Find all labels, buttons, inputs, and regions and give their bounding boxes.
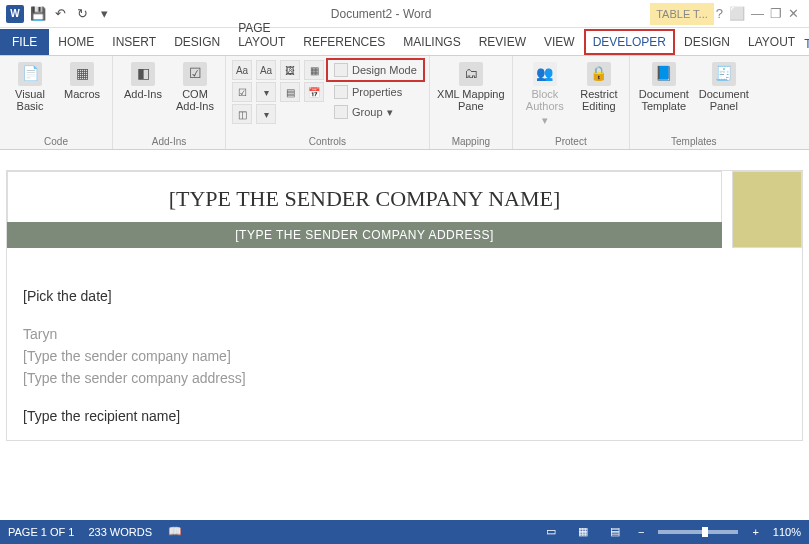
restrict-editing-button[interactable]: 🔒Restrict Editing: [575, 60, 623, 112]
group-mapping-label: Mapping: [436, 134, 506, 147]
document-panel-icon: 🧾: [712, 62, 736, 86]
sender-company-address-field[interactable]: [TYPE THE SENDER COMPANY ADDRESS]: [7, 222, 722, 248]
group-controls-label: Controls: [232, 134, 423, 147]
close-icon[interactable]: ✕: [788, 6, 799, 21]
macros-button[interactable]: ▦Macros: [58, 60, 106, 100]
tab-design[interactable]: DESIGN: [165, 29, 229, 55]
restore-icon[interactable]: ❐: [770, 6, 782, 21]
repeating-control-icon[interactable]: ◫: [232, 104, 252, 124]
group-addins: ◧Add-Ins ☑COM Add-Ins Add-Ins: [113, 56, 226, 149]
zoom-level[interactable]: 110%: [773, 526, 801, 538]
group-addins-label: Add-Ins: [119, 134, 219, 147]
tab-review[interactable]: REVIEW: [470, 29, 535, 55]
visual-basic-icon: 📄: [18, 62, 42, 86]
zoom-out-icon[interactable]: −: [638, 526, 644, 538]
ribbon-display-icon[interactable]: ⬜: [729, 6, 745, 21]
tab-mailings[interactable]: MAILINGS: [394, 29, 469, 55]
tab-table-layout[interactable]: LAYOUT: [739, 29, 804, 55]
document-template-button[interactable]: 📘Document Template: [636, 60, 692, 112]
macros-icon: ▦: [70, 62, 94, 86]
user-line[interactable]: Taryn: [23, 326, 786, 342]
qat-customize-icon[interactable]: ▾: [96, 6, 112, 22]
datepicker-control-icon[interactable]: 📅: [304, 82, 324, 102]
design-mode-icon: [334, 63, 348, 77]
tab-insert[interactable]: INSERT: [103, 29, 165, 55]
buildingblock-control-icon[interactable]: ▦: [304, 60, 324, 80]
help-icon[interactable]: ?: [716, 6, 723, 21]
tab-developer[interactable]: DEVELOPER: [584, 29, 675, 55]
group-protect-label: Protect: [519, 134, 623, 147]
group-code-label: Code: [6, 134, 106, 147]
minimize-icon[interactable]: —: [751, 6, 764, 21]
ribbon: 📄Visual Basic ▦Macros Code ◧Add-Ins ☑COM…: [0, 56, 809, 150]
sender-company-line[interactable]: [Type the sender company name]: [23, 348, 786, 364]
tab-file[interactable]: FILE: [0, 29, 49, 55]
tab-table-design[interactable]: DESIGN: [675, 29, 739, 55]
ribbon-tabs: FILE HOME INSERT DESIGN PAGE LAYOUT REFE…: [0, 28, 809, 56]
document-panel-button[interactable]: 🧾Document Panel: [696, 60, 752, 112]
page[interactable]: [TYPE THE SENDER COMPANY NAME] [TYPE THE…: [6, 170, 803, 441]
visual-basic-button[interactable]: 📄Visual Basic: [6, 60, 54, 112]
tab-references[interactable]: REFERENCES: [294, 29, 394, 55]
zoom-slider[interactable]: [658, 530, 738, 534]
com-addins-icon: ☑: [183, 62, 207, 86]
tab-home[interactable]: HOME: [49, 29, 103, 55]
document-body[interactable]: [Pick the date] Taryn [Type the sender c…: [7, 248, 802, 440]
redo-icon[interactable]: ↻: [74, 6, 90, 22]
design-mode-button[interactable]: Design Mode: [328, 60, 423, 80]
group-templates-label: Templates: [636, 134, 752, 147]
checkbox-control-icon[interactable]: ☑: [232, 82, 252, 102]
group-templates: 📘Document Template 🧾Document Panel Templ…: [630, 56, 758, 149]
com-addins-button[interactable]: ☑COM Add-Ins: [171, 60, 219, 112]
group-code: 📄Visual Basic ▦Macros Code: [0, 56, 113, 149]
properties-icon: [334, 85, 348, 99]
undo-icon[interactable]: ↶: [52, 6, 68, 22]
plaintext-control-icon[interactable]: Aa: [256, 60, 276, 80]
proofing-icon[interactable]: 📖: [166, 525, 184, 539]
save-icon[interactable]: 💾: [30, 6, 46, 22]
addins-button[interactable]: ◧Add-Ins: [119, 60, 167, 100]
group-mapping: 🗂XML Mapping Pane Mapping: [430, 56, 513, 149]
group-icon: [334, 105, 348, 119]
letterhead-accent-box: [732, 171, 802, 248]
page-indicator[interactable]: PAGE 1 OF 1: [8, 526, 74, 538]
dropdown-control-icon[interactable]: ▤: [280, 82, 300, 102]
richtext-control-icon[interactable]: Aa: [232, 60, 252, 80]
addins-icon: ◧: [131, 62, 155, 86]
read-mode-icon[interactable]: ▭: [542, 525, 560, 539]
table-tools-context-tab[interactable]: TABLE T...: [650, 3, 714, 25]
recipient-name-field[interactable]: [Type the recipient name]: [23, 408, 786, 424]
group-protect: 👥Block Authors ▾ 🔒Restrict Editing Prote…: [513, 56, 630, 149]
xml-mapping-button[interactable]: 🗂XML Mapping Pane: [436, 60, 506, 112]
control-gallery: Aa Aa 🖼 ▦ ☑ ▾ ▤ 📅 ◫ ▾: [232, 60, 324, 126]
document-title: Document2 - Word: [112, 7, 650, 21]
letterhead-main: [TYPE THE SENDER COMPANY NAME] [TYPE THE…: [7, 171, 722, 248]
web-layout-icon[interactable]: ▤: [606, 525, 624, 539]
date-field[interactable]: [Pick the date]: [23, 288, 786, 304]
tab-page-layout[interactable]: PAGE LAYOUT: [229, 15, 294, 55]
tab-view[interactable]: VIEW: [535, 29, 584, 55]
control-options: Design Mode Properties Group ▾: [328, 60, 423, 122]
letterhead-row: [TYPE THE SENDER COMPANY NAME] [TYPE THE…: [7, 171, 802, 248]
combobox-control-icon[interactable]: ▾: [256, 82, 276, 102]
word-count[interactable]: 233 WORDS: [88, 526, 152, 538]
user-name: Taryn: [804, 37, 809, 51]
group-controls: Aa Aa 🖼 ▦ ☑ ▾ ▤ 📅 ◫ ▾ Design Mode: [226, 56, 430, 149]
zoom-in-icon[interactable]: +: [752, 526, 758, 538]
user-area[interactable]: Taryn▾: [804, 33, 809, 55]
picture-control-icon[interactable]: 🖼: [280, 60, 300, 80]
status-bar: PAGE 1 OF 1 233 WORDS 📖 ▭ ▦ ▤ − + 110%: [0, 520, 809, 544]
window-buttons: ? ⬜ — ❐ ✕: [716, 6, 809, 21]
title-bar: W 💾 ↶ ↻ ▾ Document2 - Word TABLE T... ? …: [0, 0, 809, 28]
group-button[interactable]: Group ▾: [328, 102, 423, 122]
xml-mapping-icon: 🗂: [459, 62, 483, 86]
print-layout-icon[interactable]: ▦: [574, 525, 592, 539]
block-authors-icon: 👥: [533, 62, 557, 86]
properties-button[interactable]: Properties: [328, 82, 423, 102]
block-authors-button: 👥Block Authors ▾: [519, 60, 571, 126]
sender-company-name-field[interactable]: [TYPE THE SENDER COMPANY NAME]: [7, 171, 722, 222]
sender-address-line[interactable]: [Type the sender company address]: [23, 370, 786, 386]
document-area[interactable]: [TYPE THE SENDER COMPANY NAME] [TYPE THE…: [0, 150, 809, 516]
legacy-control-icon[interactable]: ▾: [256, 104, 276, 124]
quick-access-toolbar: W 💾 ↶ ↻ ▾: [0, 5, 112, 23]
